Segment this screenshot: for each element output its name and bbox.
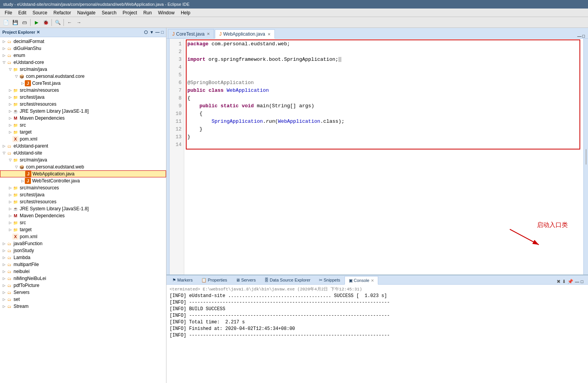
- tree-item-Servers[interactable]: ▷ 🗂 Servers: [0, 289, 166, 296]
- tab-webapplication-close[interactable]: ✕: [267, 32, 271, 36]
- tree-item-Stream[interactable]: ▷ 🗂 Stream: [0, 303, 166, 310]
- tree-item-WebTestController.java[interactable]: ▷ J WebTestController.java: [0, 177, 166, 184]
- sidebar-max-icon[interactable]: □: [161, 30, 164, 35]
- console-min-icon[interactable]: —: [575, 279, 579, 284]
- menu-project[interactable]: Project: [120, 9, 140, 16]
- tree-arrow-Stream: ▷: [2, 304, 6, 308]
- toolbar-debug[interactable]: 🐞: [41, 18, 50, 27]
- tree-label-multipartFile: multipartFile: [14, 262, 39, 267]
- tree-item-pom-site[interactable]: X pom.xml: [0, 233, 166, 240]
- menu-help[interactable]: Help: [178, 9, 194, 16]
- tree-item-src-main-resources-site[interactable]: ▷ 📁 src/main/resources: [0, 184, 166, 191]
- tree-item-src-test-resources[interactable]: ▷ 📁 src/test/resources: [0, 101, 166, 108]
- menu-search[interactable]: Search: [99, 9, 120, 16]
- tree-icon-pdfToPicture: 🗂: [6, 282, 12, 289]
- tree-item-JRE-core[interactable]: ▷ ☕ JRE System Library [JavaSE-1.8]: [0, 108, 166, 115]
- console-max-icon[interactable]: □: [581, 279, 583, 284]
- right-scroll-thumb[interactable]: [586, 149, 586, 165]
- tree-label-JRE-core: JRE System Library [JavaSE-1.8]: [20, 108, 89, 114]
- tree-item-eUdstand-site[interactable]: ▽ 🗂 eUdstand-site: [0, 149, 166, 156]
- console-clear-icon[interactable]: ✖: [557, 279, 561, 284]
- menu-run[interactable]: Run: [140, 9, 155, 16]
- tree-item-pdfToPicture[interactable]: ▷ 🗂 pdfToPicture: [0, 282, 166, 289]
- bottom-tab-bar: ⚑ Markers 📋 Properties 🖥 Servers 🗄 Data …: [166, 275, 588, 285]
- tree-label-com.personal.eudstand.web: com.personal.eudstand.web: [26, 164, 84, 170]
- tab-coretest-close[interactable]: ✕: [207, 32, 210, 36]
- code-content[interactable]: package com.personal.eudstand.web; impor…: [184, 39, 583, 275]
- tree-item-src-site[interactable]: ▷ 📁 src: [0, 219, 166, 226]
- tree-item-src-main-java[interactable]: ▽ 📁 src/main/java: [0, 66, 166, 73]
- tree-item-java8Function[interactable]: ▷ 🗂 java8Function: [0, 240, 166, 247]
- menu-refactor[interactable]: Refactor: [50, 9, 74, 16]
- tab-properties-label: Properties: [208, 278, 227, 282]
- tab-webapplication[interactable]: J WebApplication.java ✕: [215, 29, 275, 39]
- tree-arrow-JRE-core: ▷: [8, 109, 12, 113]
- code-editor[interactable]: 1 2 3 4 5 6 7 8 9 10 11 12 13 14: [166, 39, 588, 275]
- tab-datasource[interactable]: 🗄 Data Source Explorer: [260, 276, 315, 284]
- tree-item-src-core[interactable]: ▷ 📁 src: [0, 122, 166, 129]
- tree-item-decimalFormat[interactable]: ▷ 🗂 decimalFormat: [0, 38, 166, 45]
- toolbar-new[interactable]: 📄: [2, 18, 10, 27]
- tree-item-src-main-java-site[interactable]: ▽ 📁 src/main/java: [0, 156, 166, 163]
- toolbar-save[interactable]: 💾: [11, 18, 19, 27]
- tab-markers[interactable]: ⚑ Markers: [168, 276, 197, 284]
- tree-item-src-main-resources[interactable]: ▷ 📁 src/main/resources: [0, 87, 166, 94]
- tree-item-src-test-java[interactable]: ▷ 📁 src/test/java: [0, 94, 166, 101]
- tab-snippets-icon: ✂: [319, 278, 322, 283]
- tree-item-neibulei[interactable]: ▷ 🗂 neibulei: [0, 268, 166, 275]
- toolbar-search[interactable]: 🔍: [53, 18, 62, 27]
- tree-item-enum[interactable]: ▷ 🗂 enum: [0, 52, 166, 59]
- tree-item-multipartFile[interactable]: ▷ 🗂 multipartFile: [0, 261, 166, 268]
- menu-edit[interactable]: Edit: [15, 9, 29, 16]
- tab-console[interactable]: ▣ Console ✕: [345, 276, 378, 285]
- tree-item-WebApplication.java[interactable]: J WebApplication.java: [0, 170, 166, 177]
- tree-item-com.personal.eudstand.web[interactable]: ▽ 📦 com.personal.eudstand.web: [0, 163, 166, 170]
- toolbar-forward[interactable]: →: [75, 18, 83, 27]
- tree-item-pom-core[interactable]: X pom.xml: [0, 136, 166, 143]
- toolbar-run[interactable]: ▶: [32, 18, 41, 27]
- toolbar-back[interactable]: ←: [65, 18, 74, 27]
- menu-window[interactable]: Window: [155, 9, 178, 16]
- menu-source[interactable]: Source: [29, 9, 50, 16]
- tree-item-eUdstand-parent[interactable]: ▷ 🗂 eUdstand-parent: [0, 143, 166, 149]
- tree-label-src-test-resources-site: src/test/resources: [20, 199, 57, 204]
- tree-item-Lambda[interactable]: ▷ 🗂 Lambda: [0, 254, 166, 261]
- code-line-11: SpringApplication.run(WebApplication.cla…: [187, 118, 580, 125]
- tree-item-JRE-site[interactable]: ▷ ☕ JRE System Library [JavaSE-1.8]: [0, 205, 166, 212]
- tree-item-Maven-site[interactable]: ▷ M Maven Dependencies: [0, 212, 166, 219]
- sidebar-collapse-icon[interactable]: ⬡: [144, 30, 148, 35]
- tab-snippets-label: Snippets: [324, 278, 340, 282]
- tree-item-niMingNeiBuLei[interactable]: ▷ 🗂 niMingNeiBuLei: [0, 275, 166, 282]
- console-line-2: [INFO] BUILD SUCCESS: [170, 306, 585, 313]
- tree-item-target-core[interactable]: ▷ 📁 target: [0, 129, 166, 136]
- tree-item-src-test-resources-site[interactable]: ▷ 📁 src/test/resources: [0, 198, 166, 205]
- tree-item-eUdstand-core[interactable]: ▽ 🗂 eUdstand-core: [0, 59, 166, 66]
- code-line-1: package com.personal.eudstand.web;: [187, 40, 580, 48]
- sidebar-menu-icon[interactable]: ▼: [149, 30, 154, 35]
- tab-snippets[interactable]: ✂ Snippets: [315, 276, 345, 284]
- tree-icon-src-test-java: 📁: [12, 94, 19, 100]
- tree-item-CoreTest.java[interactable]: ▷ J CoreTest.java: [0, 80, 166, 87]
- code-line-3: import org.springframework.boot.SpringAp…: [187, 56, 580, 64]
- menu-file[interactable]: File: [2, 9, 15, 16]
- toolbar-sep2: [51, 19, 52, 26]
- tree-item-set[interactable]: ▷ 🗂 set: [0, 296, 166, 303]
- editor-min-icon[interactable]: —: [577, 34, 581, 38]
- tree-arrow-JRE-site: ▷: [8, 207, 12, 211]
- sidebar-min-icon[interactable]: —: [155, 30, 159, 35]
- tree-item-jsonStudy[interactable]: ▷ 🗂 jsonStudy: [0, 247, 166, 254]
- tree-item-src-test-java-site[interactable]: ▷ 📁 src/test/java: [0, 191, 166, 198]
- tree-item-diGuiHanShu[interactable]: ▷ 🗂 diGuiHanShu: [0, 45, 166, 52]
- tab-properties[interactable]: 📋 Properties: [197, 276, 231, 284]
- console-scroll-icon[interactable]: ⬇: [562, 279, 566, 284]
- tab-servers[interactable]: 🖥 Servers: [231, 276, 260, 284]
- tab-coretest[interactable]: J CoreTest.java ✕: [168, 29, 214, 38]
- tree-item-Maven-core[interactable]: ▷ M Maven Dependencies: [0, 115, 166, 122]
- tree-icon-CoreTest.java: J: [25, 80, 31, 86]
- toolbar-save-all[interactable]: 🗃: [20, 18, 29, 27]
- tree-item-com.personal.eudstand.core[interactable]: ▽ 📦 com.personal.eudstand.core: [0, 73, 166, 80]
- editor-max-icon[interactable]: □: [582, 34, 585, 38]
- menu-navigate[interactable]: Navigate: [74, 9, 98, 16]
- tree-item-target-site[interactable]: ▷ 📁 target: [0, 226, 166, 233]
- console-pin-icon[interactable]: 📌: [567, 279, 573, 284]
